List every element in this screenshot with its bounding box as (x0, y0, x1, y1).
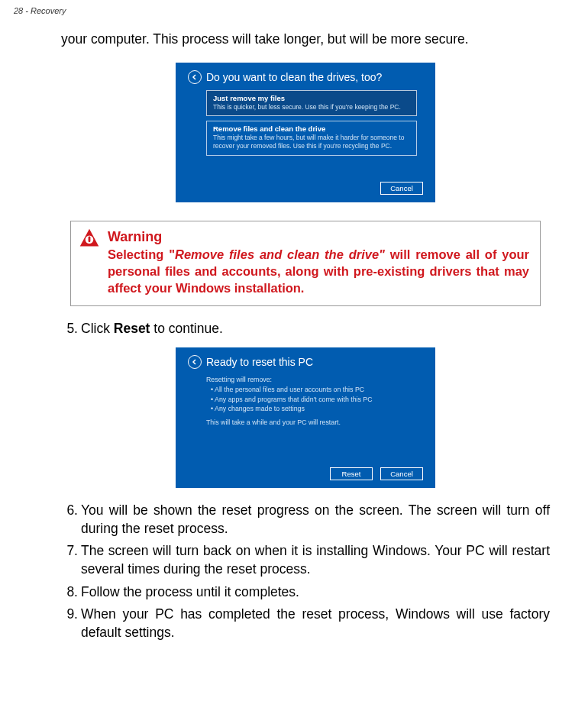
step-body: Follow the process until it completes. (81, 583, 550, 602)
intro-paragraph: your computer. This process will take lo… (61, 31, 550, 49)
step5-text-c: to continue. (150, 321, 222, 336)
warning-text-italic: Remove files and clean the drive" (175, 247, 385, 261)
step-6: 6. You will be shown the reset progress … (61, 502, 550, 538)
step-body: The screen will turn back on when it is … (81, 542, 550, 578)
svg-rect-1 (89, 236, 91, 242)
screenshot-buttons: Cancel (380, 182, 423, 195)
step-7: 7. The screen will turn back on when it … (61, 542, 550, 578)
screenshot-buttons: Reset Cancel (330, 467, 423, 480)
reset-line: Resetting will remove: (206, 375, 423, 385)
option-clean-drive: Remove files and clean the drive This mi… (206, 121, 417, 155)
option-title: Remove files and clean the drive (213, 124, 410, 133)
warning-text-before: Selecting " (108, 247, 175, 261)
reset-note: This will take a while and your PC will … (206, 418, 423, 426)
step-5: 5. Click Reset to continue. (61, 320, 550, 338)
step-body: When your PC has completed the reset pro… (81, 606, 550, 641)
step-number: 5. (61, 320, 78, 338)
reset-bullet: • Any apps and programs that didn't come… (206, 395, 423, 405)
cancel-button: Cancel (380, 467, 423, 480)
step-9: 9. When your PC has completed the reset … (61, 606, 550, 641)
warning-text: Selecting "Remove files and clean the dr… (108, 246, 529, 297)
step5-text-a: Click (81, 321, 114, 336)
option-desc: This is quicker, but less secure. Use th… (213, 103, 410, 111)
page-content: your computer. This process will take lo… (0, 15, 588, 669)
reset-button: Reset (330, 467, 373, 480)
option-title: Just remove my files (213, 94, 410, 102)
warning-icon (79, 228, 100, 249)
page-header: 28 - Recovery (0, 0, 588, 15)
screenshot-title: Do you want to clean the drives, too? (206, 71, 382, 83)
screenshot-title-row: Do you want to clean the drives, too? (188, 70, 423, 84)
screenshot-title: Ready to reset this PC (206, 356, 313, 368)
back-icon (188, 70, 202, 84)
step-body: Click Reset to continue. (81, 320, 550, 338)
step-8: 8. Follow the process until it completes… (61, 583, 550, 602)
step5-bold: Reset (114, 321, 150, 336)
step-body: You will be shown the reset progress on … (81, 502, 550, 538)
screenshot-ready-reset: Ready to reset this PC Resetting will re… (176, 347, 435, 488)
step-number: 7. (61, 542, 78, 578)
option-just-remove: Just remove my files This is quicker, bu… (206, 90, 417, 117)
warning-box: Warning Selecting "Remove files and clea… (70, 221, 541, 307)
screenshot-clean-drives: Do you want to clean the drives, too? Ju… (176, 63, 435, 202)
screenshot-title-row: Ready to reset this PC (188, 355, 423, 369)
cancel-button: Cancel (380, 182, 423, 195)
step-number: 6. (61, 502, 78, 538)
step-number: 8. (61, 583, 78, 602)
warning-title: Warning (108, 229, 529, 245)
back-icon (188, 355, 202, 369)
step-number: 9. (61, 606, 78, 641)
reset-bullet: • All the personal files and user accoun… (206, 385, 423, 395)
option-desc: This might take a few hours, but will ma… (213, 134, 410, 150)
reset-bullet: • Any changes made to settings (206, 404, 423, 414)
reset-details: Resetting will remove: • All the persona… (206, 375, 423, 426)
